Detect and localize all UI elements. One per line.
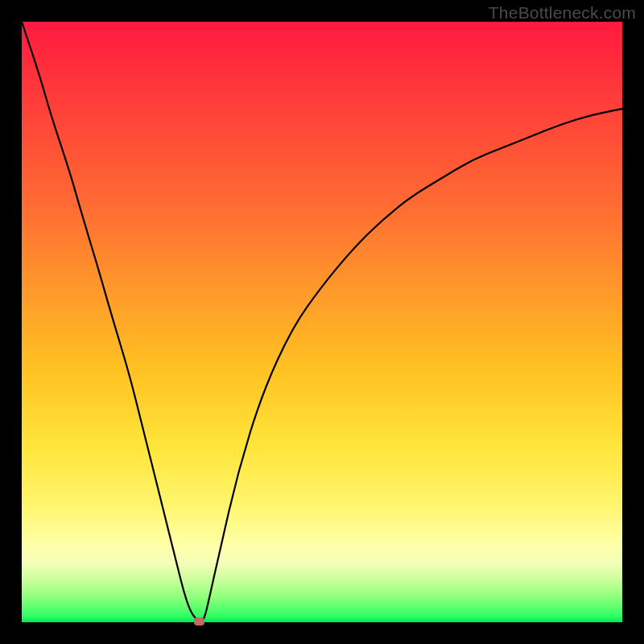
watermark-text: TheBottleneck.com xyxy=(489,3,636,23)
plot-area xyxy=(22,22,622,622)
bottleneck-curve xyxy=(22,22,622,622)
curve-path xyxy=(22,22,622,622)
chart-frame: TheBottleneck.com xyxy=(0,0,644,644)
minimum-marker xyxy=(194,617,204,625)
